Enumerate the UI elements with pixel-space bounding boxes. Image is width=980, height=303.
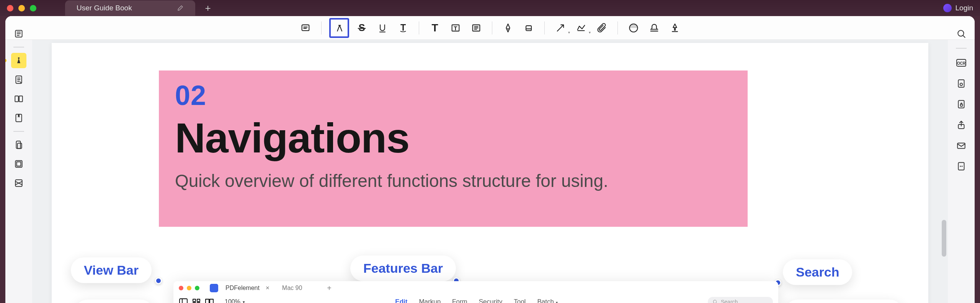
view-mode-sidebar-icon[interactable] <box>179 298 188 303</box>
login-label: Login <box>956 4 973 12</box>
mini-fullscreen-icon <box>195 286 199 290</box>
menu-security[interactable]: Security <box>479 298 502 303</box>
svg-rect-22 <box>17 162 21 166</box>
view-mode-two-page-icon[interactable] <box>205 298 214 303</box>
fullscreen-window-icon[interactable] <box>30 5 36 11</box>
embedded-tab-name: PDFelement <box>225 285 260 292</box>
search-button[interactable] <box>954 26 969 41</box>
right-sidebar: OCR <box>948 21 975 174</box>
sidebar-divider <box>956 48 967 49</box>
arrow-tool[interactable]: ▾ <box>552 20 568 36</box>
zoom-level[interactable]: 100% ▾ <box>225 298 245 303</box>
email-button[interactable] <box>954 138 969 153</box>
thumbnail-panel-button[interactable] <box>11 26 26 41</box>
embedded-new-tab[interactable]: + <box>327 284 332 293</box>
app-logo-icon <box>210 284 218 292</box>
avatar-icon <box>943 4 952 12</box>
document-tab-title: User Guide Book <box>77 4 177 12</box>
section-header-block: 02 Navigations Quick overview of differe… <box>159 70 748 227</box>
view-mode-grid-icon[interactable] <box>192 298 201 303</box>
svg-rect-39 <box>197 299 200 301</box>
scrollbar-thumb[interactable] <box>942 220 946 257</box>
strikethrough-tool[interactable]: S <box>354 20 370 36</box>
redact-tool[interactable] <box>667 20 683 36</box>
svg-rect-42 <box>206 299 209 303</box>
minimize-window-icon[interactable] <box>18 5 25 11</box>
sidebar-divider <box>13 131 24 132</box>
svg-rect-19 <box>16 141 21 149</box>
embedded-search-input[interactable]: Search <box>708 297 773 303</box>
svg-rect-43 <box>210 299 213 303</box>
pencil-tool[interactable] <box>500 20 516 36</box>
embedded-app-window: PDFelement × Mac 90 + 100% ▾ Edit Mark <box>173 281 778 303</box>
toolbar-separator <box>492 21 492 34</box>
bookmark-panel-button[interactable] <box>11 110 26 126</box>
sidebar-divider <box>13 47 24 47</box>
toolbar-separator <box>321 21 322 34</box>
svg-rect-32 <box>957 143 965 149</box>
pages-panel-button[interactable] <box>11 175 26 191</box>
svg-rect-9 <box>526 26 531 31</box>
svg-rect-16 <box>15 96 18 102</box>
callout-search: Search <box>783 259 852 285</box>
svg-rect-38 <box>193 299 196 301</box>
text-tool[interactable]: T <box>427 20 443 36</box>
callout-features-bar: Features Bar <box>350 256 456 281</box>
section-title: Navigations <box>175 113 732 162</box>
attachment-panel-button[interactable] <box>11 137 26 152</box>
protect-button[interactable] <box>954 97 969 112</box>
new-tab-button[interactable]: + <box>201 1 215 15</box>
svg-point-35 <box>962 165 963 167</box>
page-box-button[interactable] <box>954 76 969 91</box>
ocr-button[interactable]: OCR <box>954 55 969 70</box>
chevron-down-icon: ▾ <box>243 300 245 303</box>
close-window-icon[interactable] <box>7 5 13 11</box>
menu-markup[interactable]: Markup <box>419 298 441 303</box>
attachment-tool[interactable] <box>594 20 610 36</box>
markup-panel-button[interactable] <box>11 53 26 68</box>
svg-text:OCR: OCR <box>957 61 966 66</box>
textbox-tool[interactable]: T <box>448 20 464 36</box>
underline-tool[interactable] <box>374 20 390 36</box>
mini-minimize-icon <box>187 286 191 290</box>
traffic-lights[interactable] <box>7 5 36 11</box>
toolbar-separator <box>419 21 419 34</box>
signature-tool[interactable] <box>646 20 662 36</box>
layers-panel-button[interactable] <box>11 156 26 172</box>
document-viewport[interactable]: 02 Navigations Quick overview of differe… <box>32 40 948 303</box>
embedded-tab2: Mac 90 <box>282 285 302 292</box>
shapes-tool[interactable]: ▾ <box>573 20 589 36</box>
login-button[interactable]: Login <box>943 4 973 12</box>
menu-form[interactable]: Form <box>452 298 467 303</box>
svg-rect-17 <box>19 96 23 102</box>
tab-edit-icon[interactable] <box>177 5 184 11</box>
document-tab[interactable]: User Guide Book <box>65 0 195 16</box>
chevron-down-icon: ▾ <box>556 300 558 303</box>
search-icon <box>712 299 718 303</box>
note-block-tool[interactable] <box>468 20 484 36</box>
callout-side-bar: Side Bar <box>75 300 154 303</box>
more-button[interactable] <box>954 159 969 174</box>
form-fields-panel-button[interactable] <box>11 72 26 87</box>
callout-view-bar: View Bar <box>71 257 152 283</box>
menu-tool[interactable]: Tool <box>514 298 526 303</box>
eraser-tool[interactable] <box>521 20 537 36</box>
highlighter-tool[interactable] <box>329 18 349 38</box>
close-tab-icon[interactable]: × <box>266 284 270 292</box>
stamp-tool[interactable] <box>626 20 642 36</box>
note-tool[interactable] <box>297 20 314 36</box>
svg-rect-36 <box>180 299 187 303</box>
callout-property-panel: Property Panel <box>785 300 903 303</box>
left-sidebar <box>5 21 32 191</box>
mini-close-icon <box>179 286 183 290</box>
svg-text:T: T <box>400 23 405 33</box>
svg-text:T: T <box>431 23 438 33</box>
compare-panel-button[interactable] <box>11 91 26 106</box>
toolbar-separator <box>544 21 545 34</box>
share-button[interactable] <box>954 117 969 133</box>
menu-edit[interactable]: Edit <box>395 298 407 303</box>
search-placeholder: Search <box>721 299 738 303</box>
svg-point-34 <box>960 165 961 167</box>
menu-batch[interactable]: Batch ▾ <box>537 298 557 303</box>
text-effect-tool[interactable]: T <box>395 20 411 36</box>
